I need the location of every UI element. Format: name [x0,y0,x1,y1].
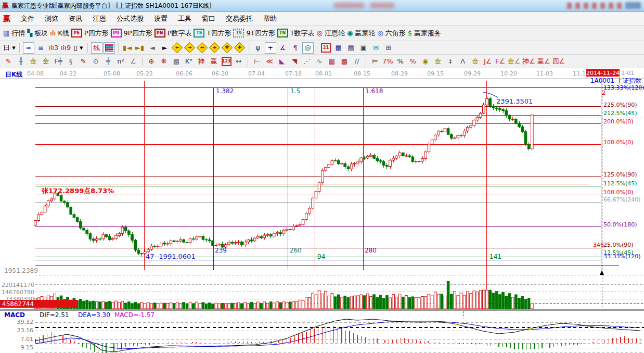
menu-item-0[interactable]: 文件 [16,13,40,24]
ts-square-button[interactable]: TST四方形 [193,28,231,39]
shen-grid-button[interactable]: 神 [196,56,207,67]
single-candle-dropdown-button[interactable]: ▯ ▾ [73,42,84,54]
window-button[interactable] [592,3,597,9]
kline-chart-canvas[interactable]: 04-0804-2205-0805-2206-0606-2007-0407-18… [0,68,644,353]
web-boxed-button[interactable]: ▩ [171,56,182,67]
percent-button[interactable]: % [395,56,406,67]
angle-ruler-button[interactable]: ∡ [277,42,289,54]
angle-j-button[interactable]: J∠ [482,56,494,67]
percent-7-button[interactable]: 7% [382,56,394,67]
menu-item-2[interactable]: 资讯 [63,13,87,24]
wave-a-button[interactable]: Λ [457,56,469,67]
calendar-21-button[interactable]: 21 [320,42,332,54]
grid-red-2-button[interactable]: ▩ [339,56,350,67]
blocks-button[interactable]: ▚板块 [27,28,48,39]
printer-button[interactable]: ⊞ [383,42,394,54]
net-tool-button[interactable]: @ [302,42,314,54]
f-grid-button[interactable]: F╪ [53,56,64,67]
overlay-3-button[interactable]: ılı3 [48,42,59,54]
angle-lines-button[interactable]: ⋰ [301,56,313,67]
diamond-cross-button[interactable]: + [209,42,221,54]
menu-item-5[interactable]: 设置 [149,13,173,24]
volume-distribution-button[interactable] [104,42,115,54]
fan-boxed-1-button[interactable]: ◣ [276,56,288,67]
menu-item-6[interactable]: 工具 [173,13,197,24]
period-day-dropdown-button[interactable]: 日 ▾ [3,42,16,54]
grid-red-1-button[interactable]: ▦ [326,56,338,67]
h-marker-button[interactable]: ⊢ [251,56,263,67]
notes-button[interactable]: ▤ [345,42,357,54]
grid-tool-button[interactable]: ╫ [15,56,27,67]
width-arrows-button[interactable]: ↔ [233,56,244,67]
chart-area[interactable]: 04-0804-2205-0805-2206-0606-2007-0407-18… [0,68,644,353]
ps-square-button[interactable]: PSP四方形 [71,28,109,39]
menu-item-3[interactable]: 江恩 [87,13,111,24]
angle-ying-button[interactable]: 赢∠ [537,56,551,67]
ying-grid-button[interactable]: 赢 [208,56,220,67]
tn-table-button[interactable]: TNT数字表 [277,28,315,39]
angle-si-button[interactable]: 四∠ [552,56,566,67]
close-button[interactable] [625,2,641,9]
protractor-button[interactable]: ⊙ [90,56,101,67]
gann-wheel-button[interactable]: ◎江恩轮 [316,28,345,39]
menu-item-1[interactable]: 浏览 [40,13,63,24]
window-button[interactable] [584,3,588,9]
t9-square-button[interactable]: T99T四方形 [233,28,275,39]
prev-page-button[interactable]: ◄ [147,42,158,54]
minimize-button[interactable] [609,3,613,9]
angle-shen-button[interactable]: 神∠ [522,56,536,67]
diamond-left-button[interactable]: ← [172,42,183,54]
comb-button[interactable]: ╪ [102,56,114,67]
crosshair-tool-button[interactable]: + [265,42,276,54]
quote-grid-button[interactable]: ▦行情 [3,28,25,39]
winner-wheel-button[interactable]: ◉赢家轮 [346,28,376,39]
angle-mirror-button[interactable]: ∠ [127,56,139,67]
p9-square-button[interactable]: P99P四方形 [110,28,153,39]
menu-item-9[interactable]: 帮助 [258,13,282,24]
pencil-ruler-button[interactable]: ✎ [78,56,89,67]
pn-table-button[interactable]: PNP数字表 [154,28,192,39]
n-squared-button[interactable]: n² [115,56,126,67]
mail-globe-button[interactable]: ✉ [370,42,382,54]
menu-item-4[interactable]: 公式选股 [111,13,149,24]
ruler-percent-button[interactable]: ⊨ [369,56,381,67]
winner-service-button[interactable]: $赢家服务 [407,28,442,39]
percent-5line-button[interactable]: % [407,56,419,67]
hand-tool-button[interactable]: ψ [252,42,264,54]
window-controls[interactable] [567,2,641,9]
window-button[interactable] [600,3,605,9]
diamond-h-button[interactable]: ↔ [197,42,208,54]
diamond-right-button[interactable]: → [184,42,196,54]
window-button[interactable] [567,3,572,9]
angle-gold-button[interactable]: 金∠ [507,56,521,67]
curve-style-button[interactable]: ≈ [23,42,34,54]
k-quote-button[interactable]: K" [183,56,195,67]
price-grid-123-button[interactable]: 123 [221,56,232,67]
web-red-button[interactable]: ❋ [158,56,170,67]
fan-boxed-2-button[interactable]: ◥ [289,56,300,67]
measure-stick-button[interactable]: ‡ [445,56,456,67]
diamond-move-button[interactable]: ✚ [234,42,246,54]
angle-f-button[interactable]: F∠ [495,56,506,67]
draw-line-box-button[interactable]: 线 [91,42,102,54]
gold-grid-2-button[interactable]: 金 [40,56,51,67]
maximize-button[interactable] [617,3,622,9]
window-button[interactable] [575,3,580,9]
kline-button[interactable]: ılıK线 [49,28,69,39]
next-page-button[interactable]: ► [159,42,171,54]
save-button[interactable]: ▣ [358,42,369,54]
menu-item-8[interactable]: 交易委托 [221,13,258,24]
diamond-star-button[interactable]: ※ [222,42,233,54]
zigzag-button[interactable]: ∿ [314,56,325,67]
info-doc-button[interactable]: ≣ [35,42,47,54]
hexagon-button[interactable]: ◎六角形 [377,28,406,39]
circle-cross-button[interactable]: ⊕ [146,56,157,67]
gold-circle-button[interactable]: ◉ [420,56,431,67]
last-page-button[interactable]: ►▮ [134,42,146,54]
slant-lines-button[interactable]: // [351,56,363,67]
overlay-9-button[interactable]: ılı9 [60,42,72,54]
gold-line-2-button[interactable]: 金 [470,56,481,67]
fan-red-button[interactable]: ≪ [264,56,275,67]
pencil-button[interactable]: ✎ [3,56,14,67]
spiral-button[interactable]: § [65,56,76,67]
